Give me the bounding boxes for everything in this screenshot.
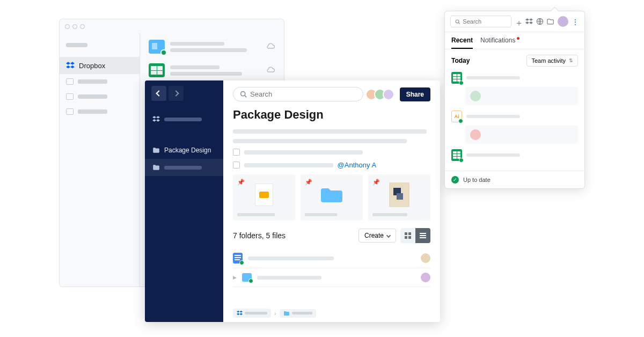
file-row[interactable] — [149, 40, 275, 54]
svg-line-1 — [245, 96, 246, 97]
doc-title: Package Design — [233, 108, 430, 122]
list-view-button[interactable] — [415, 228, 430, 243]
section-heading: Today — [451, 57, 470, 64]
avatar — [383, 89, 394, 100]
svg-rect-3 — [408, 232, 411, 235]
tray-popover: ＋ ⋮ Recent Notifications Today Team acti… — [444, 11, 585, 189]
globe-icon[interactable] — [536, 18, 544, 25]
notification-dot-icon — [517, 37, 519, 40]
tab-notifications[interactable]: Notifications — [480, 32, 515, 49]
dropbox-icon[interactable] — [525, 18, 533, 25]
share-button[interactable]: Share — [400, 87, 430, 101]
placeholder — [257, 276, 321, 280]
breadcrumb-item[interactable] — [280, 309, 316, 318]
dropbox-icon — [152, 115, 160, 123]
folder-icon — [66, 93, 74, 100]
svg-rect-2 — [405, 232, 407, 235]
placeholder — [292, 312, 312, 314]
plus-icon[interactable]: ＋ — [515, 18, 522, 25]
sidebar-item-dropbox[interactable]: Dropbox — [60, 57, 140, 74]
folder-icon — [242, 273, 252, 282]
text-placeholder — [233, 139, 407, 143]
grid-view-button[interactable] — [400, 228, 415, 243]
sidebar-item[interactable] — [60, 104, 140, 119]
folder-icon — [152, 146, 160, 154]
pin-icon: 📌 — [305, 179, 312, 186]
breadcrumb-item[interactable] — [233, 309, 271, 318]
sidebar-item[interactable] — [60, 89, 140, 104]
paper-window: Package Design Share Package Design — [145, 80, 440, 322]
tray-search-input[interactable] — [463, 18, 507, 25]
placeholder — [170, 72, 242, 76]
tray-search-box[interactable] — [450, 16, 511, 27]
file-row[interactable] — [233, 248, 430, 268]
avatar-stack[interactable] — [369, 89, 394, 100]
activity-item[interactable] — [451, 149, 578, 161]
window-dot[interactable] — [65, 24, 70, 29]
folder-count: 7 folders, 5 files — [233, 231, 286, 240]
placeholder — [305, 213, 337, 216]
create-button[interactable]: Create — [358, 229, 396, 243]
cloud-icon — [266, 43, 275, 50]
sidebar-item-package-design[interactable]: Package Design — [145, 142, 223, 159]
filter-dropdown[interactable]: Team activity⇅ — [526, 55, 578, 67]
create-label: Create — [364, 232, 384, 239]
sheets-icon — [451, 149, 462, 161]
comment-block — [465, 126, 578, 144]
file-row[interactable]: ▶ — [233, 268, 430, 287]
sync-badge-icon — [458, 119, 463, 123]
search-box[interactable] — [233, 87, 363, 101]
text-placeholder — [244, 150, 363, 155]
attachment-card[interactable]: 📌 — [301, 174, 363, 221]
folder-icon — [66, 108, 74, 115]
placeholder — [170, 42, 224, 46]
task-row[interactable] — [233, 149, 430, 156]
sync-status: ✓ Up to date — [445, 171, 584, 188]
sidebar-item-dropbox[interactable] — [145, 111, 223, 128]
mention[interactable]: @Anthony A — [338, 161, 376, 169]
search-icon — [240, 91, 247, 98]
tab-label: Notifications — [480, 36, 515, 44]
titlebar — [60, 19, 284, 33]
folder-icon — [320, 185, 343, 204]
tab-recent[interactable]: Recent — [451, 32, 473, 49]
svg-rect-4 — [405, 236, 407, 239]
attachment-card[interactable]: 📌 — [233, 174, 295, 221]
sheets-icon — [451, 72, 462, 84]
text-placeholder — [233, 129, 427, 134]
sidebar-item-folder[interactable] — [145, 159, 223, 176]
placeholder — [78, 79, 107, 84]
folder-icon — [149, 40, 165, 54]
search-input[interactable] — [250, 90, 356, 98]
window-dot[interactable] — [80, 24, 85, 29]
sync-badge-icon — [459, 158, 464, 163]
expand-arrow-icon[interactable]: ▶ — [233, 275, 237, 280]
placeholder — [372, 213, 407, 216]
nav-forward-button[interactable] — [169, 86, 184, 101]
svg-rect-8 — [420, 237, 426, 238]
more-icon[interactable]: ⋮ — [572, 18, 579, 25]
activity-item[interactable]: Ai — [451, 111, 578, 144]
checkbox[interactable] — [233, 162, 240, 169]
file-row[interactable] — [149, 63, 275, 77]
folder-icon[interactable] — [547, 18, 554, 25]
folder-icon — [66, 78, 74, 85]
attachment-card[interactable]: 📌 — [368, 174, 430, 221]
paper-sidebar: Package Design — [145, 80, 223, 322]
svg-rect-5 — [408, 236, 411, 239]
sync-badge-icon — [239, 260, 244, 265]
activity-item[interactable] — [451, 72, 578, 105]
nav-back-button[interactable] — [151, 86, 166, 101]
window-dot[interactable] — [72, 24, 77, 29]
task-row[interactable]: @Anthony A — [233, 161, 430, 169]
placeholder — [66, 43, 87, 47]
placeholder — [245, 312, 267, 314]
paper-main: Share Package Design @Anthony A 📌 📌 — [223, 80, 440, 322]
sidebar-item[interactable] — [60, 74, 140, 89]
search-icon — [455, 19, 460, 25]
placeholder — [466, 153, 520, 157]
checkbox[interactable] — [233, 149, 240, 156]
user-avatar[interactable] — [558, 16, 568, 27]
illustrator-icon: Ai — [451, 111, 462, 122]
bg-sidebar: Dropbox — [60, 33, 140, 287]
